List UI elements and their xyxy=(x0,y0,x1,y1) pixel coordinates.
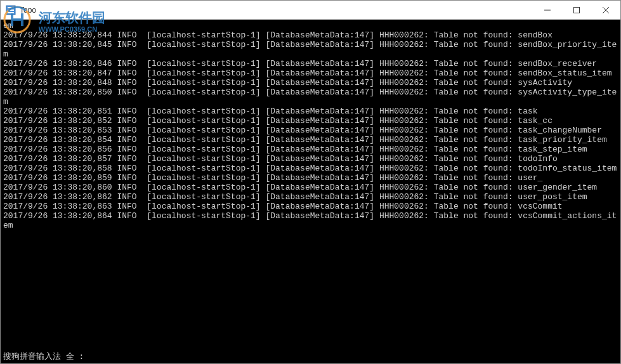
log-line: 2017/9/26 13:38:20,844 INFO [localhost-s… xyxy=(3,30,618,40)
log-line: 2017/9/26 13:38:20,862 INFO [localhost-s… xyxy=(3,192,618,202)
ime-status: 搜狗拼音输入法 全 : xyxy=(3,351,84,362)
window-controls xyxy=(533,1,620,19)
minimize-button[interactable] xyxy=(533,1,562,19)
log-line: 2017/9/26 13:38:20,848 INFO [localhost-s… xyxy=(3,78,618,88)
svg-rect-5 xyxy=(574,7,580,13)
app-icon xyxy=(6,5,16,15)
log-line: 2017/9/26 13:38:20,859 INFO [localhost-s… xyxy=(3,173,618,183)
log-line: 2017/9/26 13:38:20,860 INFO [localhost-s… xyxy=(3,183,618,192)
log-line: em xyxy=(3,21,618,30)
log-line: 2017/9/26 13:38:20,845 INFO [localhost-s… xyxy=(3,40,618,59)
maximize-button[interactable] xyxy=(562,1,591,19)
log-line: 2017/9/26 13:38:20,852 INFO [localhost-s… xyxy=(3,116,618,126)
log-line: 2017/9/26 13:38:20,846 INFO [localhost-s… xyxy=(3,59,618,68)
svg-rect-2 xyxy=(8,10,14,11)
log-line: 2017/9/26 13:38:20,864 INFO [localhost-s… xyxy=(3,211,618,230)
svg-rect-3 xyxy=(8,12,14,13)
log-line: 2017/9/26 13:38:20,847 INFO [localhost-s… xyxy=(3,68,618,78)
log-line: 2017/9/26 13:38:20,863 INFO [localhost-s… xyxy=(3,202,618,211)
window-titlebar: Topo xyxy=(1,1,620,20)
console-output[interactable]: em2017/9/26 13:38:20,844 INFO [localhost… xyxy=(1,20,620,363)
log-line: 2017/9/26 13:38:20,858 INFO [localhost-s… xyxy=(3,164,618,173)
log-line: 2017/9/26 13:38:20,857 INFO [localhost-s… xyxy=(3,154,618,164)
log-line: 2017/9/26 13:38:20,850 INFO [localhost-s… xyxy=(3,88,618,107)
window-title: Topo xyxy=(20,6,533,15)
log-line: 2017/9/26 13:38:20,851 INFO [localhost-s… xyxy=(3,107,618,116)
log-line: 2017/9/26 13:38:20,856 INFO [localhost-s… xyxy=(3,145,618,154)
log-line: 2017/9/26 13:38:20,853 INFO [localhost-s… xyxy=(3,126,618,135)
close-button[interactable] xyxy=(591,1,620,19)
log-line: 2017/9/26 13:38:20,854 INFO [localhost-s… xyxy=(3,135,618,145)
svg-rect-1 xyxy=(8,7,14,8)
